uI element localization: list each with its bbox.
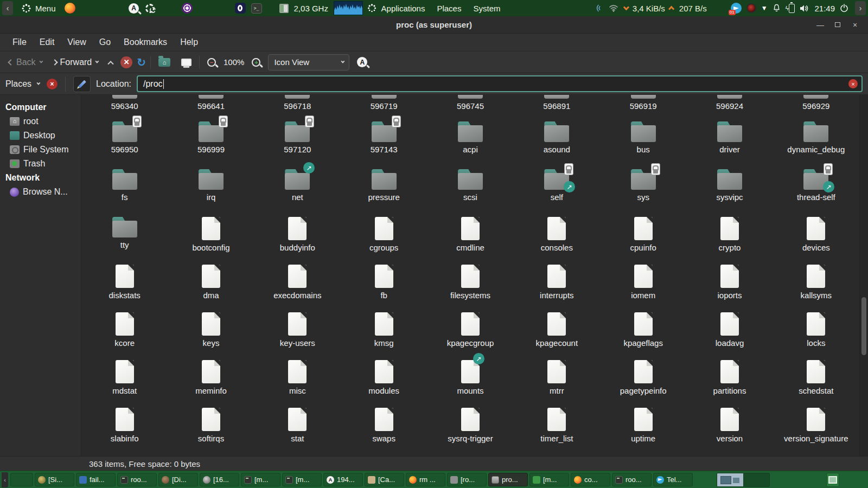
file-item-sysvipc[interactable]: sysvipc [686, 161, 773, 209]
menu-file[interactable]: File [7, 35, 33, 49]
file-item-timer-list[interactable]: timer_list [514, 400, 600, 447]
stop-button[interactable]: ✕ [120, 56, 132, 68]
file-item-mdstat[interactable]: mdstat [81, 352, 168, 400]
file-item-bootconfig[interactable]: bootconfig [168, 209, 254, 256]
menu-view[interactable]: View [61, 35, 92, 49]
file-item-596891[interactable]: 596891 [514, 95, 600, 113]
file-item-596950[interactable]: 596950 [81, 113, 168, 161]
file-item-execdomains[interactable]: execdomains [254, 256, 341, 304]
file-item-596929[interactable]: 596929 [773, 95, 859, 113]
scrollbar-thumb[interactable] [861, 297, 866, 355]
zoom-in-button[interactable]: + [248, 56, 264, 68]
net-upload-speed[interactable]: 207 B/s [679, 4, 707, 13]
file-item-slabinfo[interactable]: slabinfo [81, 400, 168, 447]
file-item-ioports[interactable]: ioports [686, 256, 773, 304]
view-mode-select[interactable]: Icon View [268, 54, 349, 70]
file-item-diskstats[interactable]: diskstats [81, 256, 168, 304]
forward-button[interactable]: Forward [49, 56, 101, 69]
file-item-596999[interactable]: 596999 [168, 113, 254, 161]
sidebar-item-desktop[interactable]: Desktop [0, 129, 81, 143]
file-item-driver[interactable]: driver [686, 113, 773, 161]
file-item-self[interactable]: self [514, 161, 600, 209]
file-item-version-signature[interactable]: version_signature [773, 400, 859, 447]
file-item-asound[interactable]: asound [514, 113, 600, 161]
file-item-kallsyms[interactable]: kallsyms [773, 256, 859, 304]
reload-button[interactable]: ↻ [137, 56, 146, 69]
close-button[interactable]: × [847, 18, 863, 31]
panel-hide-right-button[interactable]: › [855, 1, 866, 15]
taskbar-hide-button[interactable]: ‹ [2, 472, 8, 487]
file-item-kpageflags[interactable]: kpageflags [600, 304, 686, 352]
file-item-dma[interactable]: dma [168, 256, 254, 304]
file-item-kpagecount[interactable]: kpagecount [514, 304, 600, 352]
file-item-dynamic-debug[interactable]: dynamic_debug [773, 113, 859, 161]
maximize-button[interactable] [830, 18, 845, 31]
cpu-load-graph[interactable] [334, 1, 363, 15]
file-item-locks[interactable]: locks [773, 304, 859, 352]
task-button-16[interactable]: [16... [200, 473, 239, 486]
telegram-tray-icon[interactable]: 01 [731, 3, 742, 14]
file-item-596718[interactable]: 596718 [254, 95, 341, 113]
location-input[interactable]: /proc × [137, 75, 863, 92]
file-view[interactable]: 5963405966415967185967195967455968915969… [81, 95, 859, 456]
sidebar-item-browse-n[interactable]: Browse N... [0, 185, 81, 199]
file-item-irq[interactable]: irq [168, 161, 254, 209]
task-button-m[interactable]: [m... [282, 473, 322, 486]
file-item-partitions[interactable]: partitions [686, 352, 773, 400]
sidebar-item-trash[interactable]: Trash [0, 157, 81, 171]
side-pane-selector[interactable]: Places [5, 79, 41, 89]
file-item-iomem[interactable]: iomem [600, 256, 686, 304]
volume-icon[interactable] [800, 4, 809, 12]
home-button[interactable] [155, 56, 174, 68]
panel-hide-left-button[interactable]: ‹ [2, 1, 13, 15]
task-button-tel[interactable]: Tel... [653, 473, 693, 486]
task-button-m[interactable]: [m... [241, 473, 280, 486]
file-item-fs[interactable]: fs [81, 161, 168, 209]
file-item-bus[interactable]: bus [600, 113, 686, 161]
task-button-ca[interactable]: [Ca... [365, 473, 404, 486]
task-button-194[interactable]: 194... [323, 473, 363, 486]
battery-charging-icon[interactable]: ϟ [786, 4, 795, 13]
workspace-2[interactable] [743, 473, 769, 486]
file-item-version[interactable]: version [686, 400, 773, 447]
titlebar[interactable]: proc (as superuser) — × [0, 16, 868, 34]
file-item-kcore[interactable]: kcore [81, 304, 168, 352]
file-item-thread-self[interactable]: thread-self [773, 161, 859, 209]
sidebar-item-file-system[interactable]: File System [0, 143, 81, 157]
file-item-crypto[interactable]: crypto [686, 209, 773, 256]
tor-browser-icon[interactable] [182, 3, 193, 14]
search-tool-launcher-icon[interactable]: A [129, 3, 139, 14]
file-item-net[interactable]: net [254, 161, 341, 209]
zoom-out-button[interactable]: − [204, 56, 219, 68]
file-item-mounts[interactable]: mounts [427, 352, 513, 400]
file-item-kmsg[interactable]: kmsg [341, 304, 427, 352]
clear-location-icon[interactable]: × [848, 79, 858, 88]
file-item-596924[interactable]: 596924 [686, 95, 773, 113]
file-item-597120[interactable]: 597120 [254, 113, 341, 161]
menu-go[interactable]: Go [93, 35, 117, 49]
file-item-stat[interactable]: stat [254, 400, 341, 447]
file-item-596745[interactable]: 596745 [427, 95, 513, 113]
tray-dropdown-icon[interactable]: ▼ [761, 4, 768, 12]
task-button-roo[interactable]: roo... [117, 473, 157, 486]
file-item-cmdline[interactable]: cmdline [427, 209, 513, 256]
file-item-swaps[interactable]: swaps [341, 400, 427, 447]
file-item-kpagecgroup[interactable]: kpagecgroup [427, 304, 513, 352]
menu-bookmarks[interactable]: Bookmarks [118, 35, 173, 49]
file-item-596719[interactable]: 596719 [341, 95, 427, 113]
net-download-speed[interactable]: 3,4 KiB/s [633, 4, 665, 13]
show-desktop-button[interactable] [826, 473, 839, 487]
file-item-tty[interactable]: tty [81, 209, 168, 256]
file-item-sys[interactable]: sys [600, 161, 686, 209]
file-item-key-users[interactable]: key-users [254, 304, 341, 352]
workspace-1[interactable] [717, 473, 743, 486]
cpu-frequency-label[interactable]: 2,03 GHz [294, 4, 328, 13]
task-button-fail[interactable]: fail... [76, 473, 116, 486]
up-button[interactable] [105, 59, 116, 66]
file-item-acpi[interactable]: acpi [427, 113, 513, 161]
file-item-misc[interactable]: misc [254, 352, 341, 400]
close-side-pane-button[interactable]: × [47, 79, 58, 89]
task-button-m[interactable]: [m... [529, 473, 569, 486]
file-item-loadavg[interactable]: loadavg [686, 304, 773, 352]
file-item-meminfo[interactable]: meminfo [168, 352, 254, 400]
